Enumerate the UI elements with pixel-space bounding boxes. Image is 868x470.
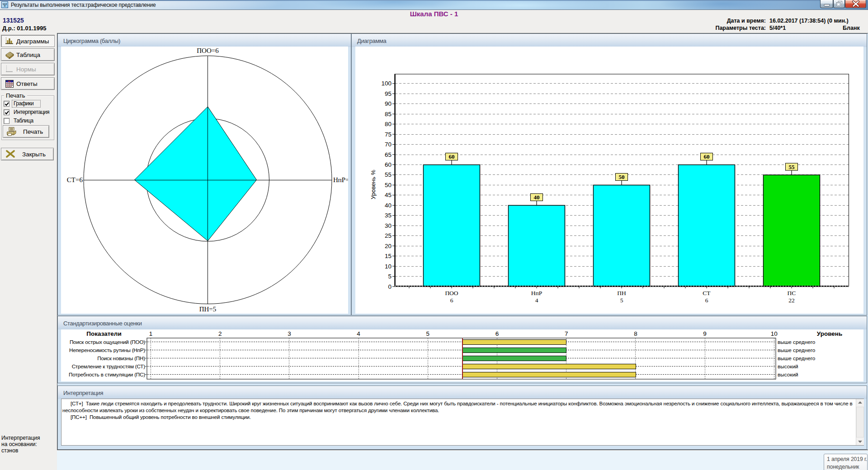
svg-text:80: 80 [385, 121, 392, 127]
svg-text:ПС: ПС [788, 290, 796, 296]
svg-text:10: 10 [385, 263, 392, 270]
svg-text:НпР: НпР [531, 290, 542, 296]
svg-text:СТ=6: СТ=6 [67, 176, 83, 183]
svg-text:10: 10 [771, 330, 778, 337]
svg-text:15: 15 [385, 253, 392, 259]
svg-text:25: 25 [385, 232, 392, 239]
svg-text:90: 90 [385, 100, 392, 107]
svg-text:55: 55 [385, 171, 392, 178]
svg-text:4: 4 [535, 297, 538, 304]
svg-text:40: 40 [534, 194, 540, 201]
svg-text:ПОО=6: ПОО=6 [197, 47, 219, 54]
svg-text:60: 60 [704, 153, 710, 160]
svg-text:7: 7 [565, 330, 568, 337]
svg-text:Поиск острых ощущений (ПОО): Поиск острых ощущений (ПОО) [70, 339, 145, 345]
svg-text:выше среднего: выше среднего [778, 339, 816, 345]
svg-text:ПН=5: ПН=5 [199, 306, 217, 313]
svg-text:85: 85 [385, 111, 392, 118]
svg-text:СТ: СТ [703, 290, 711, 296]
svg-text:100: 100 [381, 80, 392, 87]
svg-text:45: 45 [385, 192, 392, 198]
svg-text:20: 20 [385, 243, 392, 249]
svg-text:6: 6 [450, 297, 453, 304]
svg-text:2: 2 [218, 330, 222, 337]
svg-text:5: 5 [388, 273, 392, 280]
svg-text:высокий: высокий [778, 363, 798, 370]
svg-text:ПОО: ПОО [445, 290, 458, 296]
svg-text:5: 5 [620, 297, 623, 304]
svg-text:40: 40 [385, 202, 392, 209]
svg-text:70: 70 [385, 141, 392, 148]
svg-text:60: 60 [385, 161, 392, 168]
svg-text:65: 65 [385, 151, 392, 158]
svg-text:3: 3 [288, 330, 291, 337]
svg-text:выше среднего: выше среднего [778, 347, 816, 353]
svg-text:Стремление к трудностям (СТ): Стремление к трудностям (СТ) [72, 363, 146, 369]
svg-text:60: 60 [449, 153, 455, 160]
svg-text:50: 50 [619, 174, 625, 180]
svg-text:35: 35 [385, 212, 392, 219]
svg-text:1: 1 [149, 330, 153, 337]
svg-text:6: 6 [495, 330, 499, 337]
svg-text:ПН: ПН [617, 290, 626, 296]
svg-text:выше среднего: выше среднего [778, 355, 816, 362]
svg-text:75: 75 [385, 131, 392, 138]
svg-text:4: 4 [357, 330, 360, 337]
svg-text:Непереносимость рутины (НпР): Непереносимость рутины (НпР) [69, 347, 145, 353]
svg-text:8: 8 [634, 330, 637, 337]
svg-text:Потребность в стимуляции (ПС): Потребность в стимуляции (ПС) [69, 371, 145, 377]
svg-text:55: 55 [789, 164, 795, 170]
svg-text:Уровень %: Уровень % [370, 169, 377, 199]
svg-text:5: 5 [426, 330, 430, 337]
svg-text:Уровень: Уровень [817, 330, 842, 337]
svg-text:Показатели: Показатели [86, 330, 121, 337]
svg-text:9: 9 [703, 330, 707, 337]
svg-text:НпР=: НпР= [333, 176, 348, 183]
svg-text:95: 95 [385, 90, 392, 97]
svg-text:6: 6 [705, 297, 708, 304]
svg-text:Поиск новизны (ПН): Поиск новизны (ПН) [97, 355, 145, 361]
svg-text:22: 22 [788, 297, 795, 304]
svg-text:30: 30 [385, 222, 392, 229]
svg-text:высокий: высокий [778, 371, 798, 378]
svg-text:50: 50 [385, 182, 392, 188]
svg-text:0: 0 [388, 283, 392, 290]
